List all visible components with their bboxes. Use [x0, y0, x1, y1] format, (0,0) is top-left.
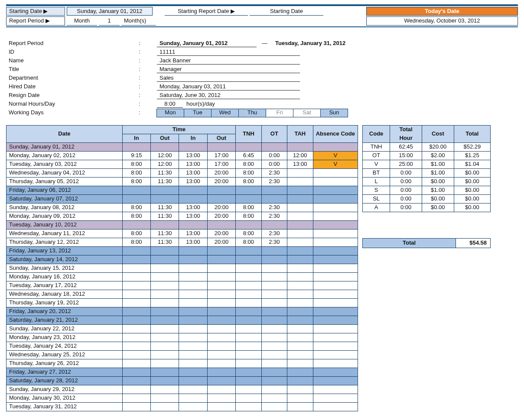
cell[interactable]	[287, 168, 313, 177]
cell[interactable]	[313, 142, 358, 151]
id-value[interactable]: 11111	[157, 48, 300, 56]
cell[interactable]: V	[313, 151, 358, 160]
cell[interactable]: 17:00	[207, 160, 235, 168]
cell[interactable]	[236, 246, 261, 255]
cell[interactable]	[236, 264, 261, 272]
cell[interactable]: 11:30	[150, 168, 179, 177]
cell[interactable]	[287, 368, 313, 376]
cell[interactable]	[207, 402, 235, 411]
cell[interactable]: 17:00	[207, 151, 235, 160]
cell[interactable]	[287, 350, 313, 359]
cell[interactable]	[122, 394, 150, 402]
cell[interactable]	[122, 350, 150, 359]
cell[interactable]	[287, 220, 313, 229]
cell[interactable]	[287, 394, 313, 402]
cell[interactable]: 0:00	[261, 160, 287, 168]
hired-date-value[interactable]: Monday, January 03, 2011	[157, 83, 300, 90]
cell[interactable]	[261, 264, 287, 272]
cell[interactable]	[236, 368, 261, 376]
cell[interactable]	[207, 376, 235, 385]
cell[interactable]	[150, 246, 179, 255]
normal-hours-value[interactable]: 8:00	[157, 100, 183, 108]
cell[interactable]	[313, 342, 358, 350]
cell[interactable]	[207, 394, 235, 402]
cell[interactable]: 13:00	[179, 238, 207, 246]
cell[interactable]: 13:00	[287, 160, 313, 168]
cell[interactable]	[261, 342, 287, 350]
cell[interactable]: 8:00	[236, 168, 261, 177]
cell[interactable]	[150, 402, 179, 411]
cell[interactable]	[261, 333, 287, 342]
cell[interactable]	[150, 316, 179, 324]
cell[interactable]: 13:00	[179, 212, 207, 220]
cell[interactable]	[122, 255, 150, 264]
cell[interactable]	[236, 194, 261, 203]
cell[interactable]	[236, 394, 261, 402]
cell[interactable]	[313, 220, 358, 229]
cell[interactable]: 13:00	[179, 203, 207, 212]
cell[interactable]	[313, 255, 358, 264]
resign-date-value[interactable]: Saturday, June 30, 2012	[157, 92, 300, 99]
cell[interactable]	[313, 212, 358, 220]
cell[interactable]	[313, 394, 358, 402]
day-mon[interactable]: Mon	[156, 109, 184, 117]
cell[interactable]	[236, 350, 261, 359]
cell[interactable]	[179, 359, 207, 368]
cell[interactable]	[287, 272, 313, 281]
cell[interactable]	[261, 194, 287, 203]
cell[interactable]	[179, 281, 207, 290]
cell[interactable]: 12:00	[150, 160, 179, 168]
cell[interactable]	[313, 333, 358, 342]
cell[interactable]	[122, 186, 150, 194]
cell[interactable]	[179, 402, 207, 411]
cell[interactable]: 11:30	[150, 177, 179, 186]
cell[interactable]	[207, 290, 235, 298]
cell[interactable]	[313, 238, 358, 246]
cell[interactable]: 2:30	[261, 177, 287, 186]
cell[interactable]	[179, 264, 207, 272]
cell[interactable]	[261, 368, 287, 376]
cell[interactable]	[122, 220, 150, 229]
cell[interactable]	[261, 186, 287, 194]
cell[interactable]	[261, 255, 287, 264]
cell[interactable]	[207, 316, 235, 324]
cell[interactable]	[122, 359, 150, 368]
cell[interactable]	[287, 385, 313, 394]
cell[interactable]: 8:00	[122, 160, 150, 168]
cell[interactable]	[207, 368, 235, 376]
cell[interactable]	[150, 255, 179, 264]
cell[interactable]	[287, 186, 313, 194]
cell[interactable]	[313, 203, 358, 212]
title-value[interactable]: Manager	[157, 66, 300, 73]
cell[interactable]	[261, 402, 287, 411]
cell[interactable]	[236, 142, 261, 151]
cell[interactable]: 2:30	[261, 168, 287, 177]
cell[interactable]	[207, 264, 235, 272]
cell[interactable]	[207, 307, 235, 316]
cell[interactable]: 20:00	[207, 168, 235, 177]
cell[interactable]	[313, 290, 358, 298]
cell[interactable]	[236, 186, 261, 194]
starting-report-date-value[interactable]: Starting Date	[250, 7, 323, 16]
cell[interactable]	[122, 402, 150, 411]
cell[interactable]	[261, 281, 287, 290]
cell[interactable]: 20:00	[207, 229, 235, 238]
cell[interactable]	[179, 385, 207, 394]
cell[interactable]: 11:30	[150, 203, 179, 212]
cell[interactable]	[236, 385, 261, 394]
cell[interactable]	[261, 394, 287, 402]
cell[interactable]	[236, 333, 261, 342]
cell[interactable]	[261, 246, 287, 255]
cell[interactable]	[287, 212, 313, 220]
cell[interactable]	[313, 168, 358, 177]
cell[interactable]	[287, 333, 313, 342]
cell[interactable]	[150, 220, 179, 229]
cell[interactable]	[122, 342, 150, 350]
cell[interactable]: 13:00	[179, 168, 207, 177]
cell[interactable]	[236, 376, 261, 385]
cell[interactable]	[261, 316, 287, 324]
cell[interactable]: 11:30	[150, 229, 179, 238]
cell[interactable]	[122, 272, 150, 281]
cell[interactable]	[313, 376, 358, 385]
cell[interactable]	[179, 290, 207, 298]
